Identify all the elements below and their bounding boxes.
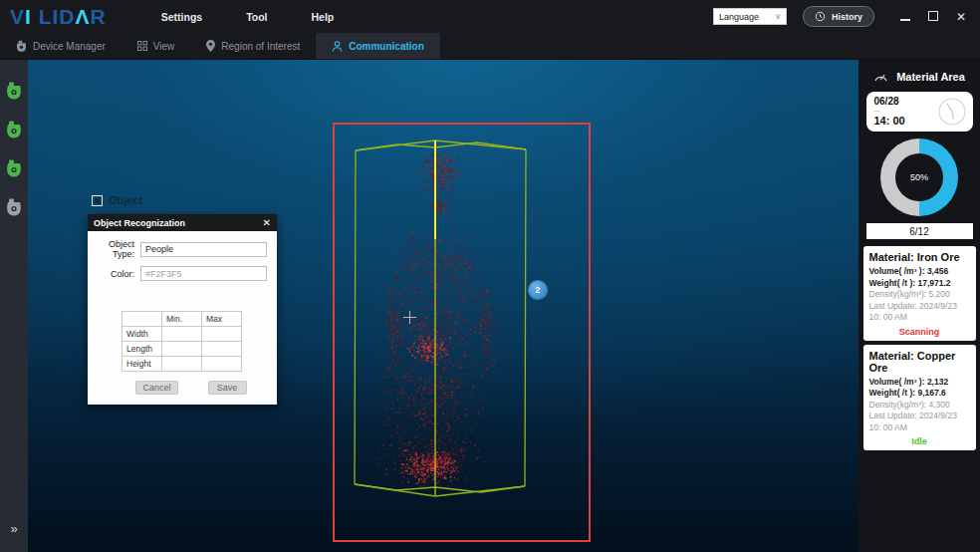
color-row: Color: (98, 266, 267, 281)
object-type-input[interactable] (140, 242, 267, 257)
pointcloud-viewport[interactable]: 2 Object Object Recognization ✕ Object T… (28, 60, 858, 552)
content-area: » 2 (0, 60, 980, 552)
window-controls: ✕ (898, 10, 968, 24)
color-input[interactable] (140, 266, 267, 281)
logo-part: LID (32, 5, 76, 28)
history-clock-icon (815, 11, 826, 22)
max-cell[interactable] (202, 327, 242, 342)
tab-view[interactable]: View (122, 33, 191, 59)
material-last-update: Last Update: 2024/9/23 10: 00 AM (869, 301, 970, 324)
material-area-panel: Material Area 06/28 — 14: 00 50% 6/12 M (858, 60, 980, 552)
logo-part: Λ (76, 5, 91, 28)
maximize-button[interactable] (926, 10, 940, 24)
object-toggle-label: Object (109, 194, 142, 206)
material-last-update: Last Update: 2024/9/23 10: 00 AM (869, 411, 970, 433)
tab-region-of-interest[interactable]: Region of Interest (190, 33, 316, 59)
tab-label: Communication (349, 41, 424, 52)
material-weight: Weight( /t ): 9,167.6 (869, 388, 970, 400)
material-density: Density(kg/m³): 4,300 (869, 400, 970, 412)
minimize-icon (900, 19, 910, 21)
dialog-buttons: Cancel Save (116, 381, 267, 395)
row-label: Height (122, 357, 162, 372)
tab-bar: Device Manager View Region of Interest (0, 33, 980, 60)
titlebar-right: Language ∨ History ✕ (713, 6, 968, 27)
panel-title: Material Area (896, 71, 965, 83)
clock-icon (937, 97, 967, 127)
min-cell[interactable] (162, 357, 202, 372)
person-icon (332, 41, 343, 52)
material-title: Material: Copper Ore (869, 350, 970, 374)
grid-view-icon (137, 41, 147, 51)
lidar-device-icon (16, 40, 27, 52)
lidar-device-icon[interactable] (6, 82, 22, 100)
row-label: Width (122, 327, 162, 342)
object-checkbox[interactable] (92, 195, 103, 206)
header-min: Min. (162, 312, 202, 327)
dimension-table: Min. Max Width Length (122, 311, 242, 372)
material-title: Material: Iron Ore (869, 251, 970, 263)
material-volume: Volume( /m³ ): 3,456 (869, 266, 970, 278)
save-button[interactable]: Save (208, 381, 247, 395)
object-checkbox-mark (95, 198, 100, 203)
tab-device-manager[interactable]: Device Manager (0, 33, 122, 59)
header-empty (122, 312, 162, 327)
fill-donut-chart: 50% (880, 138, 958, 216)
cancel-button[interactable]: Cancel (135, 381, 177, 395)
material-volume: Volume( /m³ ): 2,132 (869, 377, 970, 389)
logo-part: I (25, 5, 32, 28)
table-header-row: Min. Max (122, 312, 242, 327)
logo-part: R (91, 5, 107, 28)
material-status-badge: Scanning (869, 327, 970, 337)
menu-help[interactable]: Help (312, 11, 335, 23)
panel-header: Material Area (873, 70, 965, 83)
menu-tool[interactable]: Tool (246, 11, 267, 23)
lidar-device-icon[interactable] (6, 198, 22, 216)
tab-label: Device Manager (33, 41, 106, 52)
material-density: Density(kg/m³): 5,200 (869, 289, 970, 301)
min-cell[interactable] (162, 327, 202, 342)
app-window: VI LIDΛR Settings Tool Help Language ∨ H… (0, 0, 980, 552)
object-toggle[interactable]: Object (92, 194, 142, 206)
material-card-iron[interactable]: Material: Iron Ore Volume( /m³ ): 3,456 … (863, 246, 976, 341)
tab-label: View (153, 41, 175, 52)
max-cell[interactable] (202, 342, 242, 357)
gauge-icon (873, 70, 888, 83)
donut-percent-label: 50% (880, 138, 958, 216)
tab-communication[interactable]: Communication (316, 33, 440, 59)
min-cell[interactable] (162, 342, 202, 357)
header-max: Max (202, 312, 242, 327)
table-row: Length (122, 342, 242, 357)
sidebar-expand-button[interactable]: » (10, 521, 17, 536)
bounding-box-wireframe (355, 140, 526, 496)
menu-settings[interactable]: Settings (161, 11, 202, 23)
row-label: Length (122, 342, 162, 357)
main-menu: Settings Tool Help (161, 11, 335, 23)
counter-box: 6/12 (866, 223, 973, 239)
object-marker-badge[interactable]: 2 (529, 281, 547, 299)
dialog-header[interactable]: Object Recognization ✕ (88, 214, 277, 231)
crosshair-cursor-icon (403, 311, 416, 324)
minimize-button[interactable] (898, 10, 912, 24)
dialog-body: Object Type: Color: Min. Max (88, 231, 277, 405)
material-weight: Weight( /t ): 17,971.2 (869, 278, 970, 290)
app-logo: VI LIDΛR (10, 5, 107, 29)
maximize-icon (928, 11, 938, 21)
object-type-label: Object Type: (98, 239, 134, 259)
object-recognition-dialog: Object Recognization ✕ Object Type: Colo… (88, 214, 277, 405)
dialog-title: Object Recognization (94, 218, 185, 228)
history-button[interactable]: History (803, 6, 874, 27)
map-pin-icon (206, 40, 215, 52)
chevron-down-icon: ∨ (775, 12, 781, 21)
datetime-card[interactable]: 06/28 — 14: 00 (866, 92, 973, 132)
language-select-value: Language (719, 12, 759, 22)
lidar-device-icon[interactable] (6, 159, 22, 177)
language-select[interactable]: Language ∨ (713, 8, 787, 25)
dialog-close-icon[interactable]: ✕ (263, 218, 271, 228)
close-button[interactable]: ✕ (954, 10, 968, 24)
object-type-row: Object Type: (98, 239, 267, 259)
lidar-device-icon[interactable] (6, 121, 22, 138)
material-card-copper[interactable]: Material: Copper Ore Volume( /m³ ): 2,13… (863, 345, 976, 451)
max-cell[interactable] (202, 357, 242, 372)
table-row: Height (122, 357, 242, 372)
device-sidebar: » (0, 60, 28, 552)
